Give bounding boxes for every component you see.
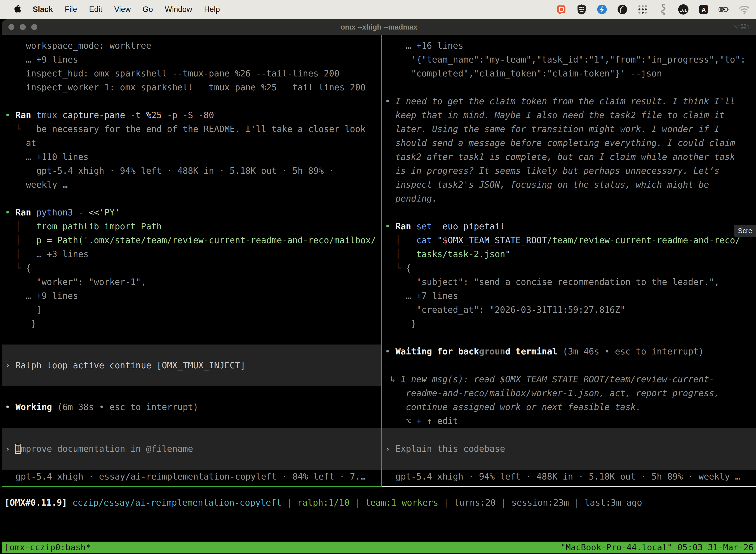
terminal-line: └ be necessary for the end of the README… (5, 122, 381, 136)
terminal-line: is in progress? It seems likely but perh… (385, 164, 756, 178)
shield-grid-icon[interactable] (576, 4, 587, 15)
text-segment: 1 new msg(s): read $OMX_TEAM_STATE_ROOT/… (400, 374, 714, 384)
text-segment: " (505, 249, 510, 259)
terminal-band-line (2, 456, 381, 469)
text-segment: } (385, 319, 416, 329)
blue-bolt-icon[interactable] (596, 4, 608, 15)
terminal-line: pending. (385, 191, 756, 206)
text-segment: Explain this codebase (395, 444, 505, 454)
terminal-line: inspect_worker-1: omx sparkshell --tmux-… (5, 80, 381, 94)
text-segment: › (385, 444, 395, 454)
text-segment: I need to get the claim token from the c… (395, 96, 735, 106)
text-segment: be necessary for the end of the README. … (36, 124, 366, 134)
tmux-panes: workspace_mode: worktree … +9 lines insp… (2, 35, 756, 487)
squiggle-icon[interactable] (657, 4, 669, 15)
terminal-line: "completed","claim_token":"claim-token"}… (385, 66, 756, 80)
text-segment: "worker": "worker-1", (5, 277, 146, 287)
window-title-bar[interactable]: omx --xhigh --madmax ⌥⌘1 (2, 19, 756, 35)
menu-status-icons: ..61A (556, 4, 750, 15)
terminal-line: │ tasks/task-2.json" (385, 247, 756, 261)
text-segment: session:23m (511, 498, 569, 508)
text-segment: I (15, 444, 20, 454)
menu-item-view[interactable]: View (114, 5, 131, 14)
text-segment: [OMX#0.11.9] (4, 498, 72, 508)
text-segment: (6m 38s • esc to interrupt) (57, 402, 198, 412)
terminal-band-line (382, 428, 756, 442)
terminal-line (385, 331, 756, 344)
text-segment: • (385, 96, 395, 106)
window-shortcut-hint: ⌥⌘1 (733, 23, 751, 31)
text-segment: … +3 lines (26, 249, 88, 259)
terminal-line: gpt-5.4 xhigh · 94% left · 488K in · 5.1… (385, 469, 756, 484)
text-segment: { (406, 263, 411, 273)
left-terminal-pane[interactable]: workspace_mode: worktree … +9 lines insp… (2, 35, 381, 487)
menu-item-window[interactable]: Window (165, 5, 192, 14)
text-segment: • (385, 346, 395, 356)
text-segment: cczip/essay/ai-reimplementation-copyleft (72, 498, 281, 508)
text-segment: 'PY' (99, 208, 120, 217)
menu-item-help[interactable]: Help (204, 5, 220, 14)
text-segment: capture-pane (63, 110, 130, 120)
percent-badge-icon[interactable]: ..61 (678, 4, 689, 15)
text-segment: } (5, 319, 36, 329)
text-segment: d terminal (505, 346, 563, 356)
text-segment: gpt-5.4 xhigh · 94% left · 488K in · 5.1… (5, 166, 334, 176)
text-segment: ] (5, 305, 42, 315)
text-segment: ralph:1/10 (297, 498, 350, 508)
text-segment: " (437, 235, 442, 245)
tmux-status-bar: [omx-cczip0:bash* "MacBook-Pro-44.local"… (2, 542, 756, 553)
screen: { "menu_bar": { "app": "Slack", "items":… (0, 0, 756, 554)
text-segment: ↳ (385, 374, 400, 384)
right-terminal-pane[interactable]: … +16 lines '{"team_name":"my-team","tas… (382, 35, 756, 487)
text-segment: Ralph loop active continue [OMX_TMUX_INJ… (15, 361, 245, 370)
text-segment: • (5, 110, 15, 120)
terminal-line: • Ran python3 - <<'PY' (5, 206, 381, 219)
terminal-line (5, 191, 381, 206)
terminal-line: ⌥ + ↑ edit (385, 414, 756, 428)
text-segment: Ran (395, 221, 416, 231)
battery-icon[interactable] (718, 4, 730, 15)
menu-item-edit[interactable]: Edit (89, 5, 102, 14)
terminal-line: continue assigned work or next feasible … (385, 400, 756, 414)
text-segment: continue assigned work or next feasible … (385, 402, 641, 412)
terminal-line: gpt-5.4 xhigh · essay/ai-reimplementatio… (5, 469, 381, 484)
text-segment: ⌥ + ↑ edit (385, 416, 458, 426)
text-segment: "subject": "send a concise recommendatio… (385, 277, 719, 287)
apple-icon[interactable] (13, 4, 23, 15)
text-segment: readme-and-reco/mailbox/worker-1.json, a… (385, 388, 719, 398)
text-segment: │ (5, 235, 36, 245)
input-a-icon[interactable]: A (698, 4, 709, 15)
text-segment: tasks/task-2.json (416, 249, 505, 259)
terminal-line: "worker": "worker-1", (5, 275, 381, 289)
text-segment: p = Path('.omx/state/team/review-current… (36, 235, 376, 245)
terminal-line: later. Using the same for transition mig… (385, 122, 756, 136)
text-segment: "completed","claim_token":"claim-token"}… (385, 68, 662, 78)
text-segment: from pathlib import Path (36, 221, 162, 231)
text-segment: -euo pipefail (437, 221, 505, 231)
menu-item-file[interactable]: File (65, 5, 77, 14)
text-segment: └ (385, 263, 406, 273)
menu-item-go[interactable]: Go (143, 5, 153, 14)
terminal-band-line (2, 344, 381, 358)
terminal-line: task2 after task1 is complete, but can I… (385, 150, 756, 164)
terminal-line: … +9 lines (5, 53, 381, 66)
text-segment: groun (479, 346, 505, 356)
terminal-line: inspect task2's JSON, focusing on the st… (385, 178, 756, 191)
text-segment: | (569, 498, 585, 508)
svg-text:A: A (701, 6, 706, 13)
terminal-line: • Working (6m 38s • esc to interrupt) (5, 400, 381, 414)
text-segment: workspace_mode: worktree (5, 41, 151, 51)
chat-app-icon[interactable] (556, 4, 567, 15)
menu-item-app[interactable]: Slack (33, 5, 53, 14)
terminal-band-line: › Explain this codebase (382, 442, 756, 456)
text-segment: cat (416, 235, 437, 245)
terminal-line: ↳ 1 new msg(s): read $OMX_TEAM_STATE_ROO… (385, 372, 756, 386)
text-segment: python3 (36, 208, 78, 217)
terminal-line: └ { (5, 261, 381, 275)
dots-grid-icon[interactable] (637, 4, 648, 15)
text-segment: │ (5, 249, 26, 259)
wifi-icon[interactable] (739, 4, 750, 15)
crescent-icon[interactable] (617, 4, 628, 15)
text-segment: Working (15, 402, 57, 412)
text-segment: weekly … (5, 180, 68, 189)
